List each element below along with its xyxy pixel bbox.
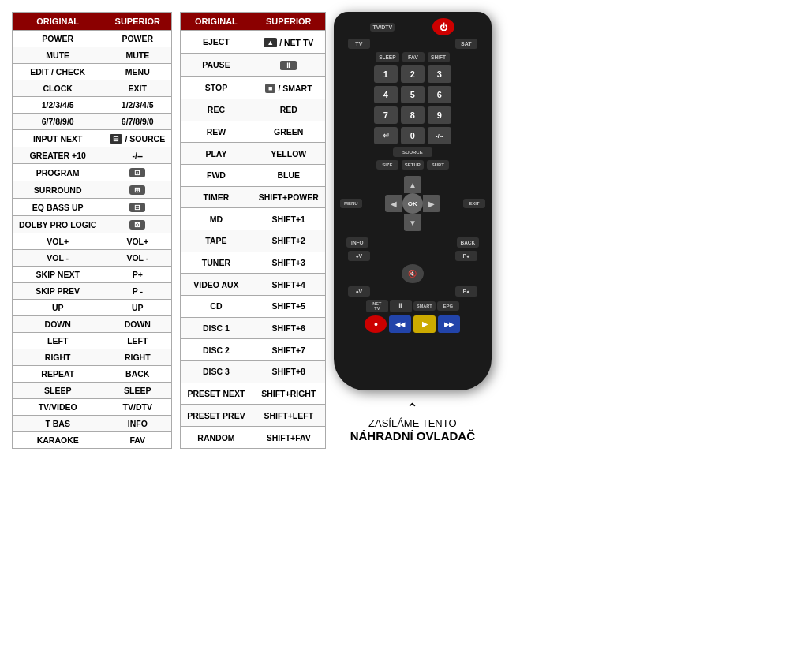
smart-button[interactable]: SMART [413,301,436,311]
nav-right-button[interactable]: ▶ [423,195,440,212]
fwd-button[interactable]: ▶▶ [438,315,460,333]
epg-button[interactable]: EPG [437,301,459,311]
source-button[interactable]: SOURCE [393,147,432,157]
table-row: GREATER +10-/-- [13,147,172,164]
shift-button[interactable]: SHIFT [428,52,450,62]
original-cell: DOWN [13,316,103,333]
table-row: DISC 1SHIFT+6 [181,317,326,339]
rew-button[interactable]: ◀◀ [389,315,411,333]
back-button[interactable]: BACK [457,237,479,248]
original-cell: KARAOKE [13,432,103,449]
mapping-table-2: ORIGINAL SUPERIOR EJECT▲ / NET TVPAUSE⏸S… [180,12,326,449]
superior-cell: ⊟ [103,199,172,216]
num6-button[interactable]: 6 [428,86,451,103]
original-cell: RIGHT [13,349,103,366]
superior-cell: BACK [103,366,172,383]
ok-button[interactable]: OK [402,193,423,214]
table-row: VOL+VOL+ [13,233,172,250]
table2-header-superior: SUPERIOR [252,13,325,31]
num8-button[interactable]: 8 [401,106,425,124]
setup-button[interactable]: SETUP [402,160,424,170]
superior-cell: MUTE [103,47,172,64]
sleep-button[interactable]: SLEEP [376,52,398,62]
num0-button[interactable]: 0 [401,127,425,144]
table-row: LEFTLEFT [13,333,172,349]
rec-button[interactable]: ● [365,315,387,333]
original-cell: VIDEO AUX [181,274,252,296]
num9-button[interactable]: 9 [428,106,451,124]
table-row: TIMERSHIFT+POWER [181,186,326,208]
tv-dtv-button[interactable]: TV/DTV [370,23,395,32]
subt-button[interactable]: SUBT [427,160,449,170]
return-button[interactable]: ⏎ [374,127,398,144]
num7-button[interactable]: 7 [374,106,398,124]
net-tv-button[interactable]: NETTV [366,300,388,312]
table-row: DISC 3SHIFT+8 [181,361,326,383]
play-button[interactable]: ▶ [413,315,436,333]
table-row: FWDBLUE [181,165,326,187]
superior-cell: UP [103,300,172,316]
original-cell: PROGRAM [13,164,103,181]
num5-button[interactable]: 5 [401,86,425,103]
superior-cell: SHIFT+LEFT [252,405,325,427]
size-button[interactable]: SIZE [376,160,398,170]
fav-button[interactable]: FAV [402,52,425,62]
num3-button[interactable]: 3 [428,65,451,83]
original-cell: REW [181,121,252,143]
original-cell: DOLBY PRO LOGIC [13,216,103,233]
exit-button[interactable]: EXIT [463,199,485,208]
num1-button[interactable]: 1 [374,65,398,83]
info-button[interactable]: INFO [346,237,368,248]
superior-cell: SHIFT+8 [252,361,325,383]
original-cell: VOL+ [13,233,103,250]
original-cell: PAUSE [181,54,252,77]
superior-cell: BLUE [252,165,325,187]
pause2-button[interactable]: ⏸ [390,300,412,312]
num2-button[interactable]: 2 [401,65,425,83]
superior-cell: EXIT [103,80,172,97]
original-cell: UP [13,300,103,316]
original-cell: PLAY [181,143,252,165]
superior-cell: SHIFT+POWER [252,186,325,208]
tv-button[interactable]: TV [348,39,370,49]
superior-cell: -/-- [103,147,172,164]
menu-button[interactable]: MENU [340,199,362,208]
vol-down-button[interactable]: ●V [348,286,370,297]
superior-cell: VOL+ [103,233,172,250]
table-row: INPUT NEXT⊟ / SOURCE [13,130,172,147]
vol-up-button[interactable]: ●V [348,251,370,261]
bottom-text: ⌃ ZASÍLÁME TENTO NÁHRADNÍ OVLADAČ [350,400,475,442]
original-cell: REC [181,99,252,121]
nav-up-button[interactable]: ▲ [404,176,421,193]
superior-cell: SHIFT+5 [252,296,325,318]
nav-left-button[interactable]: ◀ [385,195,402,212]
table-row: VIDEO AUXSHIFT+4 [181,274,326,296]
original-cell: LEFT [13,333,103,349]
num4-button[interactable]: 4 [374,86,398,103]
original-cell: SKIP PREV [13,283,103,300]
arrow-icon: ⌃ [350,400,475,417]
superior-cell: SLEEP [103,383,172,399]
table-row: DISC 2SHIFT+7 [181,339,326,361]
p-up-button[interactable]: P● [455,251,477,261]
table-row: T BASINFO [13,416,172,432]
power-button[interactable]: ⏻ [432,18,454,35]
original-cell: RANDOM [181,427,252,449]
superior-cell: SHIFT+3 [252,252,325,274]
dash-button[interactable]: -/-- [428,127,451,144]
table-row: TAPESHIFT+2 [181,230,326,252]
sat-button[interactable]: SAT [455,39,477,49]
original-cell: POWER [13,31,103,47]
nav-down-button[interactable]: ▼ [404,214,421,231]
table-row: SKIP NEXTP+ [13,267,172,283]
superior-cell: ■ / SMART [252,77,325,99]
superior-cell: 1/2/3/4/5 [103,97,172,114]
superior-cell: POWER [103,31,172,47]
original-cell: DISC 1 [181,317,252,339]
mute-button[interactable]: 🔇 [402,264,424,283]
original-cell: EDIT / CHECK [13,64,103,80]
original-cell: DISC 2 [181,339,252,361]
p-down-button[interactable]: P● [455,286,477,297]
table1-header-original: ORIGINAL [13,13,103,31]
table-row: PROGRAM⊡ [13,164,172,181]
